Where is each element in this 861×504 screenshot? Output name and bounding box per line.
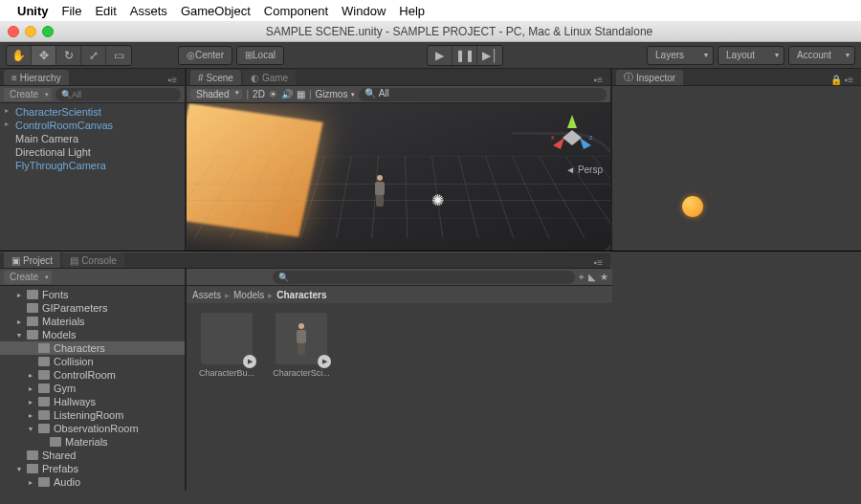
game-icon: ◐: [251, 73, 259, 83]
tree-item-listeningroom[interactable]: ▸ListeningRoom: [0, 408, 185, 422]
console-tab[interactable]: ▤ Console: [62, 252, 124, 268]
audio-toggle-icon[interactable]: 🔊: [281, 89, 293, 99]
expand-arrow-icon[interactable]: ▾: [15, 465, 23, 473]
expand-arrow-icon[interactable]: ▸: [27, 411, 34, 420]
gizmos-dropdown[interactable]: Gizmos: [316, 89, 348, 99]
expand-arrow-icon[interactable]: ▸: [15, 318, 23, 326]
projection-label[interactable]: ◄ Persp: [565, 164, 603, 175]
pause-button[interactable]: ❚❚: [453, 46, 477, 65]
menu-gameobject[interactable]: GameObject: [181, 4, 251, 18]
tree-item-giparameters[interactable]: GIParameters: [0, 301, 185, 315]
tree-item-fonts[interactable]: ▸Fonts: [0, 288, 185, 301]
tree-item-materials[interactable]: Materials: [0, 435, 185, 449]
game-tab[interactable]: ◐ Game: [243, 70, 296, 85]
hierarchy-item[interactable]: Main Camera: [0, 132, 185, 145]
tree-item-prefabs[interactable]: ▾Prefabs: [0, 462, 185, 475]
tree-item-characters[interactable]: Characters: [0, 341, 185, 355]
hierarchy-item[interactable]: Directional Light: [0, 145, 185, 159]
menu-assets[interactable]: Assets: [130, 4, 167, 18]
inspector-panel-menu[interactable]: 🔒 ▪≡: [827, 75, 857, 85]
tree-item-materials[interactable]: ▸Materials: [0, 315, 185, 328]
layers-dropdown[interactable]: Layers: [647, 46, 714, 65]
hierarchy-tab[interactable]: ≡ Hierarchy: [4, 70, 69, 85]
rect-tool[interactable]: ▭: [106, 46, 131, 65]
2d-toggle[interactable]: 2D: [253, 89, 265, 99]
menu-edit[interactable]: Edit: [95, 4, 116, 18]
pivot-center-toggle[interactable]: ◎ Center: [178, 46, 232, 65]
fx-toggle-icon[interactable]: ▦: [297, 89, 305, 99]
expand-arrow-icon[interactable]: ▾: [27, 425, 34, 433]
label-filter-icon[interactable]: ◣: [588, 272, 596, 282]
orientation-gizmo[interactable]: y z x: [545, 111, 599, 164]
project-panel-menu[interactable]: ▪≡: [590, 257, 607, 268]
shaded-dropdown[interactable]: Shaded▾: [190, 89, 242, 99]
close-window-button[interactable]: [8, 26, 19, 37]
play-overlay-icon: ▶: [243, 355, 256, 368]
menu-file[interactable]: File: [62, 4, 82, 18]
filter-icon[interactable]: ⌖: [579, 272, 585, 283]
move-tool[interactable]: ✥: [32, 46, 56, 65]
expand-arrow-icon[interactable]: ▸: [15, 291, 23, 299]
tree-item-shared[interactable]: Shared: [0, 449, 185, 462]
breadcrumb-item[interactable]: Characters: [276, 290, 326, 300]
step-button[interactable]: ▶│: [477, 46, 502, 65]
asset-item[interactable]: ▶ CharacterBu...: [196, 313, 257, 378]
scene-viewport[interactable]: ✺ y z x ◄ Persp: [187, 103, 610, 251]
expand-arrow-icon[interactable]: ▸: [27, 384, 34, 393]
tree-item-hallways[interactable]: ▸Hallways: [0, 395, 185, 408]
hierarchy-item[interactable]: ▸CharacterScientist: [0, 105, 185, 119]
project-icon: ▣: [11, 255, 20, 266]
scene-panel-menu[interactable]: ▪≡: [590, 75, 607, 85]
svg-marker-4: [553, 138, 564, 149]
menu-component[interactable]: Component: [264, 4, 328, 18]
scene-character-model[interactable]: [373, 175, 386, 208]
center-icon: ◎: [187, 50, 195, 60]
expand-arrow-icon[interactable]: ▾: [15, 331, 23, 340]
expand-arrow-icon[interactable]: ▸: [27, 478, 34, 487]
project-tree: ▸FontsGIParameters▸Materials▾ModelsChara…: [0, 286, 185, 491]
layout-dropdown[interactable]: Layout: [718, 46, 784, 65]
scene-search[interactable]: 🔍 All: [359, 88, 607, 101]
expand-arrow-icon[interactable]: ▸: [27, 398, 34, 406]
tree-item-audio[interactable]: ▸Audio: [0, 475, 185, 489]
lighting-toggle-icon[interactable]: ☀: [269, 89, 277, 99]
tree-item-collision[interactable]: Collision: [0, 355, 185, 368]
tree-item-observationroom[interactable]: ▾ObservationRoom: [0, 422, 185, 435]
folder-icon: [27, 290, 38, 299]
tree-item-models[interactable]: ▾Models: [0, 328, 185, 341]
menu-app-name[interactable]: Unity: [17, 4, 49, 18]
folder-icon: [50, 437, 61, 447]
hierarchy-search[interactable]: 🔍 All: [55, 88, 181, 101]
inspector-tab[interactable]: ⓘ Inspector: [616, 70, 683, 85]
menu-window[interactable]: Window: [342, 4, 386, 18]
account-dropdown[interactable]: Account: [788, 46, 855, 65]
expand-arrow-icon[interactable]: ▸: [27, 371, 34, 380]
asset-grid[interactable]: ▶ CharacterBu... ▶ CharacterSci...: [187, 303, 612, 491]
minimize-window-button[interactable]: [25, 26, 36, 37]
hierarchy-panel-menu[interactable]: ▪≡: [165, 75, 181, 85]
asset-thumbnail: ▶: [276, 313, 327, 364]
play-button[interactable]: ▶: [428, 46, 453, 65]
directional-light-icon[interactable]: ✺: [431, 191, 444, 209]
menu-help[interactable]: Help: [399, 4, 425, 18]
hierarchy-item[interactable]: ▸ControlRoomCanvas: [0, 119, 185, 132]
hierarchy-item[interactable]: FlyThroughCamera: [0, 159, 185, 172]
window-titlebar: SAMPLE SCENE.unity - SAMPLE PROJECT - PC…: [0, 21, 861, 42]
favorite-filter-icon[interactable]: ★: [600, 272, 608, 282]
svg-text:y: y: [570, 119, 574, 126]
breadcrumb-item[interactable]: Assets: [192, 290, 221, 300]
hand-tool[interactable]: ✋: [7, 46, 32, 65]
hierarchy-create-dropdown[interactable]: Create: [4, 88, 52, 101]
project-tab[interactable]: ▣ Project: [4, 252, 60, 268]
project-search[interactable]: 🔍: [273, 271, 575, 284]
rotate-tool[interactable]: ↻: [56, 46, 81, 65]
tree-item-controlroom[interactable]: ▸ControlRoom: [0, 368, 185, 382]
scale-tool[interactable]: ⤢: [81, 46, 106, 65]
zoom-window-button[interactable]: [42, 26, 54, 37]
project-create-dropdown[interactable]: Create: [4, 271, 52, 284]
tree-item-gym[interactable]: ▸Gym: [0, 382, 185, 395]
scene-tab[interactable]: # Scene: [190, 70, 241, 85]
asset-item[interactable]: ▶ CharacterSci...: [271, 313, 332, 378]
breadcrumb-item[interactable]: Models: [233, 290, 264, 300]
pivot-local-toggle[interactable]: ⊞ Local: [236, 46, 284, 65]
